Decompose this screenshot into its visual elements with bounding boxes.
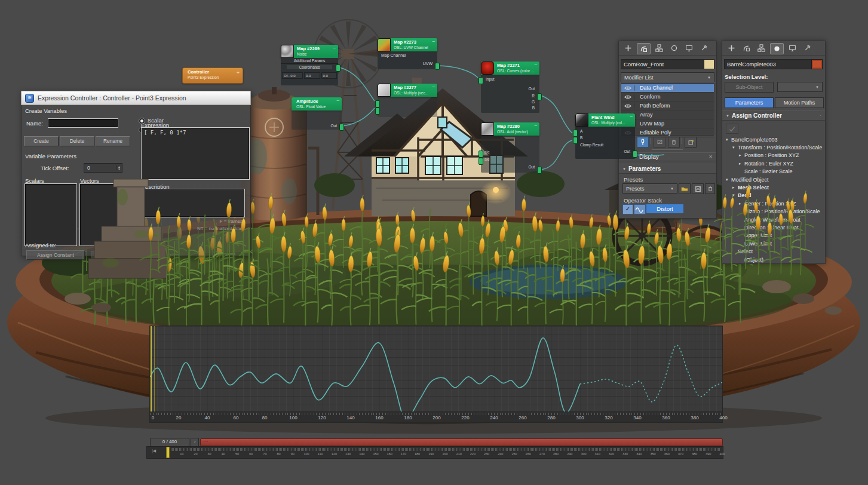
sub-object-button[interactable]: Sub-Object xyxy=(725,82,774,93)
plant-wind-node[interactable]: Plant Wind OSL: Multiply (col... – A B C… xyxy=(575,113,635,159)
collapse-icon[interactable]: – xyxy=(630,113,633,119)
a-input-port[interactable] xyxy=(573,130,578,137)
controller-tree-item[interactable]: ▾Bend xyxy=(722,192,825,199)
parameters-rollout[interactable]: ▼ Parameters xyxy=(619,164,716,174)
hierarchy-tab-icon[interactable] xyxy=(755,43,768,53)
input-port[interactable] xyxy=(375,100,380,108)
controller-tree-item[interactable]: ▸Position : Position XYZ xyxy=(722,152,825,159)
map-2269-node[interactable]: Map #2269 Noise – Additional Params Coor… xyxy=(281,45,338,85)
show-end-result-button[interactable] xyxy=(654,137,665,148)
variable-name-input[interactable] xyxy=(48,118,118,128)
controller-node[interactable]: Controller Point3 Expression + xyxy=(182,67,243,84)
output-port[interactable] xyxy=(633,151,637,158)
next-frame-button[interactable]: › xyxy=(191,438,199,447)
track-range-bar[interactable]: ⋯ xyxy=(200,438,723,446)
timeline-ruler[interactable]: 1020304050607080901001101201301401501601… xyxy=(146,446,723,459)
delete-preset-button[interactable] xyxy=(705,183,715,194)
object-name-field[interactable]: BarrelComplete003 xyxy=(724,59,812,69)
assign-controller-button[interactable] xyxy=(726,124,738,134)
modifier-stack-row[interactable]: UVW Map xyxy=(621,119,714,128)
collapse-icon[interactable]: – xyxy=(535,122,537,128)
motion-tab-icon[interactable] xyxy=(668,43,680,53)
controller-tree-item[interactable]: Select xyxy=(722,247,825,255)
go-to-start-icon[interactable]: |◀ xyxy=(152,449,156,453)
controller-tree-item[interactable]: Scale : Bezier Scale xyxy=(722,168,825,176)
controller-tree-item[interactable]: Lower Limit xyxy=(722,240,825,247)
presets-dropdown[interactable]: Presets ▼ xyxy=(622,183,677,194)
value-spinner[interactable]: 0.0 xyxy=(304,72,320,79)
configure-modifier-sets-button[interactable] xyxy=(685,137,697,148)
output-port[interactable] xyxy=(435,63,440,70)
load-preset-button[interactable] xyxy=(679,183,691,194)
utilities-tab-icon[interactable] xyxy=(801,43,814,53)
controller-tree-item[interactable]: (Object) xyxy=(722,256,825,263)
object-color-swatch[interactable] xyxy=(704,59,714,69)
assign-controller-button[interactable]: Assign Contr... xyxy=(91,251,145,261)
coordinates-section[interactable]: Coordinates xyxy=(287,65,332,69)
input-port[interactable] xyxy=(375,108,380,115)
operator-enabled-checkbox[interactable]: ✓ xyxy=(622,204,633,214)
additional-params-section[interactable]: Additional Params xyxy=(281,59,338,64)
visibility-eye-icon[interactable] xyxy=(621,103,634,109)
assign-constant-button[interactable]: Assign Constant xyxy=(26,250,85,260)
time-slider-handle[interactable] xyxy=(166,447,170,458)
controller-tree-item[interactable]: ▾Transform : Position/Rotation/Scale xyxy=(722,143,825,151)
collapse-icon[interactable]: – xyxy=(337,97,339,103)
modifier-stack-row[interactable]: Conform xyxy=(621,93,714,102)
save-preset-button[interactable] xyxy=(692,183,704,194)
pin-stack-button[interactable] xyxy=(637,137,649,148)
offset-spinner[interactable]: Of.. 0.0 xyxy=(282,72,303,79)
controller-tree-item[interactable]: Gizmo : Position/Rotation/Scale xyxy=(722,208,825,216)
expand-icon[interactable]: + xyxy=(237,70,240,76)
distort-operator-button[interactable]: Distort xyxy=(646,204,683,213)
sub-object-level-dropdown[interactable]: ▼ xyxy=(777,82,823,92)
display-tab-icon[interactable] xyxy=(683,43,695,53)
controller-tree-item[interactable]: Angle : Waveform Float xyxy=(722,216,825,223)
visibility-eye-icon[interactable] xyxy=(621,85,634,91)
modify-tab-icon[interactable] xyxy=(740,43,753,53)
object-color-swatch[interactable] xyxy=(811,59,823,69)
controller-tree-item[interactable]: ▾Modified Object xyxy=(722,176,825,183)
map-2277-node[interactable]: Map #2277 OSL: Multiply (vec... – xyxy=(378,84,437,117)
assign-controller-rollout[interactable]: ▼ Assign Controller · xyxy=(722,110,825,121)
controller-tree-item[interactable]: Upper Limit xyxy=(722,232,825,240)
collapse-icon[interactable]: – xyxy=(433,38,435,44)
map-channel-row[interactable]: Map Channel xyxy=(381,53,406,57)
tab-parameters[interactable]: Parameters xyxy=(725,97,774,108)
time-slider-line[interactable] xyxy=(151,326,155,413)
modifier-stack-row[interactable]: Editable Poly xyxy=(621,128,714,137)
input-port[interactable] xyxy=(479,77,483,84)
collapse-icon[interactable]: – xyxy=(333,45,336,50)
amplitude-node[interactable]: Amplitude OSL: Float Value – Out xyxy=(292,97,342,130)
output-port[interactable] xyxy=(336,65,341,72)
map-2280-node[interactable]: Map #2280 OSL: Add (vector) – ale ale Ou… xyxy=(481,122,539,173)
collapse-icon[interactable]: – xyxy=(433,84,435,89)
b-input-port[interactable] xyxy=(573,137,578,144)
map-2271-node[interactable]: Map #2271 OSL: Curves (color ... – Input… xyxy=(481,62,539,113)
r-output-port[interactable] xyxy=(537,93,542,100)
collapse-icon[interactable]: – xyxy=(535,62,537,67)
curve-editor[interactable]: 0204060801001201401601802002202402602803… xyxy=(149,326,723,423)
expression-textarea[interactable]: [ F, F, 0 ]*7 xyxy=(141,127,250,180)
modifier-stack-row[interactable]: Data Channel xyxy=(621,84,714,93)
frame-ruler[interactable]: 0204060801001201401601802002202402602803… xyxy=(150,412,722,422)
current-frame-display[interactable]: 0 / 400 xyxy=(150,438,189,447)
vectors-listbox[interactable] xyxy=(79,183,136,246)
input-port[interactable] xyxy=(479,151,483,158)
scalars-listbox[interactable] xyxy=(24,183,77,246)
input-port[interactable] xyxy=(479,158,483,165)
controller-tree-item[interactable]: Direction : Linear Float xyxy=(722,223,825,231)
map-2273-node[interactable]: Map #2273 OSL: UVW Channel – Map Channel… xyxy=(378,38,437,69)
delete-button[interactable]: Delete xyxy=(60,136,94,146)
output-port[interactable] xyxy=(339,124,344,131)
close-icon[interactable]: ✕ xyxy=(708,154,713,159)
tick-offset-spinner[interactable]: 0 ▲▼ xyxy=(84,163,122,173)
object-name-field[interactable]: CornRow_Front xyxy=(621,59,705,69)
modify-tab-icon[interactable] xyxy=(637,43,651,54)
spinner-arrows-icon[interactable]: ▲▼ xyxy=(116,165,122,170)
display-tab-icon[interactable] xyxy=(786,43,799,53)
output-port[interactable] xyxy=(537,167,542,174)
controller-tree-item[interactable]: ▸Mesh Select xyxy=(722,183,825,191)
modifier-list-dropdown[interactable]: Modifier List ▼ xyxy=(621,72,714,82)
create-tab-icon[interactable] xyxy=(725,43,738,53)
